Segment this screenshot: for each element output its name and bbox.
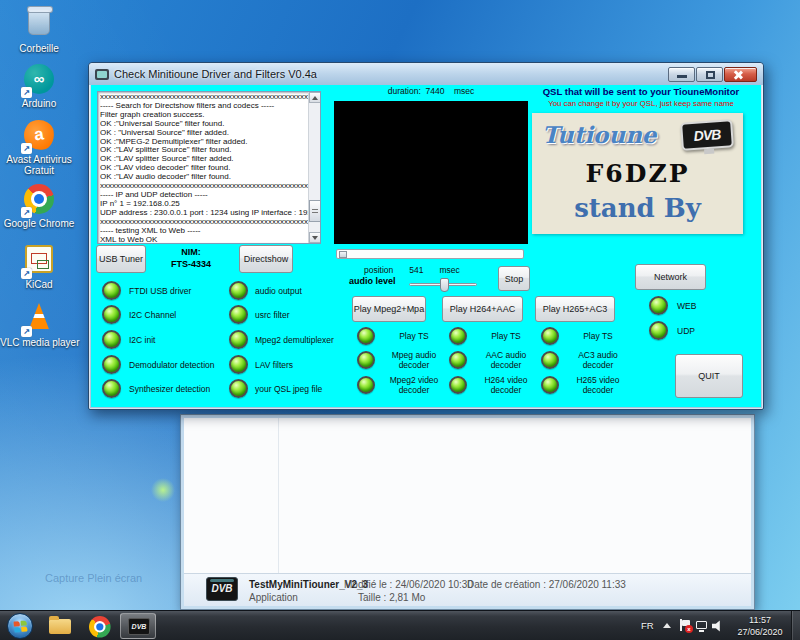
log-textbox[interactable]: xxxxxxxxxxxxxxxxxxxxxxxxxxxxxxxxxxxxxxxx… (97, 91, 321, 244)
duration-readout: duration: 7440 msec (334, 86, 528, 96)
desktop-icon-kicad[interactable]: ↗ KiCad (0, 244, 78, 290)
led-label: usrc filter (255, 310, 289, 320)
led-label: I2C init (129, 335, 155, 345)
log-scrollbar[interactable] (308, 92, 320, 243)
qsl-brand: Tutioune (542, 121, 657, 148)
app-client-area: xxxxxxxxxxxxxxxxxxxxxxxxxxxxxxxxxxxxxxxx… (91, 85, 761, 407)
stop-button[interactable]: Stop (498, 266, 530, 291)
clock-time: 11:57 (732, 614, 788, 626)
shortcut-arrow-icon: ↗ (21, 87, 32, 98)
maximize-button[interactable] (696, 67, 723, 82)
created-value: 27/06/2020 11:33 (549, 579, 626, 590)
taskbar-chrome-button[interactable] (82, 613, 118, 639)
audio-level-thumb[interactable] (440, 278, 449, 292)
language-indicator[interactable]: FR (641, 620, 654, 631)
show-desktop-button[interactable] (791, 611, 800, 640)
scroll-down-button[interactable] (309, 232, 321, 243)
led-label: Demodulator detection (129, 360, 215, 370)
icon-label: Avast Antivirus Gratuit (0, 154, 78, 176)
play-ts-led-1 (357, 327, 375, 345)
udp-led (649, 321, 668, 340)
duration-label: duration: (388, 86, 421, 96)
play-mpeg2-button[interactable]: Play Mpeg2+Mpa (352, 296, 426, 322)
scroll-up-button[interactable] (309, 92, 321, 103)
taskbar-explorer-button[interactable] (42, 613, 78, 639)
alert-badge: x (685, 625, 693, 633)
synthesizer-detection-led (102, 379, 121, 398)
explorer-window: DVB TestMyMiniTiouner_V2_3 Modifié le : … (180, 414, 755, 610)
icon-label: KiCad (0, 279, 78, 290)
action-center-icon[interactable]: x (679, 619, 691, 632)
i2c-init-led (102, 330, 121, 349)
desktop-icon-vlc[interactable]: ↗ VLC media player (0, 301, 78, 348)
scrollbar-thumb[interactable] (309, 200, 321, 222)
desktop-icon-chrome[interactable]: ↗ Google Chrome (0, 184, 78, 229)
lav-filters-led (229, 355, 248, 374)
file-size: Taille : 2,81 Mo (358, 592, 425, 603)
capture-overlay-text: Capture Plein écran (45, 572, 142, 584)
nim-readout: NIM: FTS-4334 (149, 246, 233, 270)
led-label: Mpeg audio decoder (381, 351, 447, 370)
audio-output-led (229, 281, 248, 300)
audio-level-label: audio level (349, 276, 396, 286)
close-button[interactable] (724, 67, 757, 82)
volume-icon[interactable] (712, 620, 724, 632)
tray-clock[interactable]: 11:57 27/06/2020 (732, 614, 788, 638)
led-label: H264 video decoder (473, 376, 539, 395)
mpeg-audio-decoder-led (357, 351, 375, 369)
icon-label: Google Chrome (0, 218, 78, 229)
chrome-icon (89, 616, 111, 638)
minimize-icon (677, 75, 687, 78)
video-preview (334, 101, 528, 244)
explorer-content[interactable]: DVB TestMyMiniTiouner_V2_3 Modifié le : … (184, 418, 751, 606)
qsl-callsign: F6DZP (532, 159, 743, 188)
ftdi-usb-driver-led (102, 281, 121, 300)
seek-bar[interactable] (336, 249, 524, 259)
usb-tuner-button[interactable]: USB Tuner (96, 245, 146, 273)
led-label: audio output (255, 286, 302, 296)
led-label: Mpeg2 demultiplexer (255, 335, 334, 345)
start-button[interactable] (7, 613, 33, 639)
tray-expand-icon[interactable] (663, 623, 671, 628)
led-label: AC3 audio decoder (565, 351, 631, 370)
led-label: Mpeg2 video decoder (381, 376, 447, 395)
audio-level-slider[interactable] (409, 283, 477, 286)
h265-video-decoder-led (541, 376, 559, 394)
title-bar[interactable]: Check Minitioune Driver and Filters V0.4… (89, 63, 763, 85)
maximize-icon (706, 71, 715, 79)
nav-pane-divider (278, 418, 279, 573)
desktop-icon-avast[interactable]: a ↗ Avast Antivirus Gratuit (0, 120, 78, 176)
window-title: Check Minitioune Driver and Filters V0.4… (114, 68, 317, 80)
qsl-jpeg-file-led (229, 379, 248, 398)
led-label: UDP (677, 326, 695, 336)
details-pane: DVB TestMyMiniTiouner_V2_3 Modifié le : … (184, 573, 751, 606)
dvb-file-icon: DVB (206, 577, 238, 601)
position-value: 541 (409, 265, 423, 275)
desktop-icon-recycle-bin[interactable]: Corbeille (0, 6, 78, 54)
quit-button[interactable]: QUIT (675, 354, 743, 398)
duration-value: 7440 (426, 86, 445, 96)
seek-thumb[interactable] (339, 251, 347, 258)
mpeg2-demultiplexer-led (229, 330, 248, 349)
web-led (649, 296, 668, 315)
led-label: Play TS (565, 332, 631, 342)
directshow-button[interactable]: Directshow (239, 245, 293, 273)
play-h265-button[interactable]: Play H265+AC3 (535, 296, 615, 322)
app-window: Check Minitioune Driver and Filters V0.4… (88, 62, 764, 410)
led-label: WEB (677, 301, 696, 311)
desktop-icon-arduino[interactable]: ∞ ↗ Arduino (0, 64, 78, 109)
shortcut-arrow-icon: ↗ (21, 207, 32, 218)
modified-label: Modifié le : (344, 579, 392, 590)
windows-flag-icon (13, 620, 27, 632)
led-label: I2C Channel (129, 310, 176, 320)
led-label: LAV filters (255, 360, 293, 370)
duration-unit: msec (454, 86, 474, 96)
taskbar-dvb-app-button[interactable]: DVB (120, 613, 156, 639)
led-label: your QSL jpeg file (255, 384, 322, 394)
minimize-button[interactable] (668, 67, 695, 82)
clock-date: 27/06/2020 (732, 626, 788, 638)
network-button[interactable]: Network (635, 264, 706, 290)
network-tray-icon[interactable] (696, 620, 709, 632)
play-h264-button[interactable]: Play H264+AAC (442, 296, 523, 322)
app-icon (95, 69, 109, 80)
